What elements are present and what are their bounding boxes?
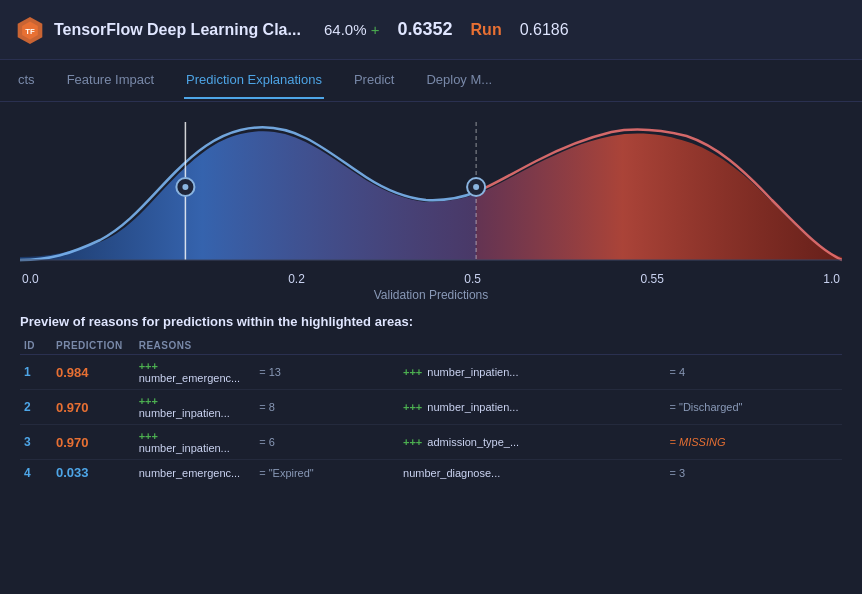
score-stat: 0.6352 [397,19,452,40]
col-prediction: PREDICTION [48,337,131,355]
table-header-text: Preview of reasons for predictions withi… [20,314,842,329]
svg-point-8 [182,184,188,190]
col-r2-val [659,337,842,355]
app-title: TensorFlow Deep Learning Cla... [54,21,314,39]
cell-reason2-value: = MISSING [659,425,842,460]
axis-label-1: 1.0 [823,272,840,286]
svg-point-10 [473,184,479,190]
cell-id: 4 [20,460,48,486]
cell-reason2: number_diagnose... [395,460,659,486]
predictions-table: ID PREDICTION REASONS 1 0.984 +++ number… [20,337,842,485]
axis-label-05: 0.5 [464,272,481,286]
tab-predict[interactable]: Predict [352,62,396,99]
chart-svg [20,112,842,272]
tab-feature-impact[interactable]: Feature Impact [65,62,156,99]
cell-prediction: 0.984 [48,355,131,390]
cell-reason1-value: = 6 [248,425,395,460]
table-header-row: ID PREDICTION REASONS [20,337,842,355]
chart-axis-labels: 0.0 0.2 0.5 0.55 1.0 [20,272,842,286]
cell-prediction: 0.970 [48,390,131,425]
cell-reason2-value: = "Discharged" [659,390,842,425]
cell-reason1: number_emergenc... [131,460,249,486]
cell-reason1: +++ number_inpatien... [131,390,249,425]
header-stats: 64.0% + 0.6352 Run 0.6186 [324,19,569,40]
cell-id: 2 [20,390,48,425]
table-row: 2 0.970 +++ number_inpatien... = 8 +++ n… [20,390,842,425]
axis-label-055: 0.55 [640,272,663,286]
cell-reason1-value: = 8 [248,390,395,425]
run-label[interactable]: Run [471,21,502,39]
table-row: 3 0.970 +++ number_inpatien... = 6 +++ a… [20,425,842,460]
col-reasons: REASONS [131,337,249,355]
cell-reason1: +++ number_inpatien... [131,425,249,460]
col-id: ID [20,337,48,355]
axis-label-02: 0.2 [288,272,305,286]
cell-reason2-value: = 3 [659,460,842,486]
svg-text:TF: TF [25,26,35,35]
axis-label-0: 0.0 [22,272,39,286]
x-axis-label: Validation Predictions [20,288,842,302]
nav-tabs: cts Feature Impact Prediction Explanatio… [0,60,862,102]
cell-reason2: +++ admission_type_... [395,425,659,460]
distribution-chart[interactable]: 0.0 0.2 0.5 0.55 1.0 Validation Predicti… [20,112,842,302]
cell-prediction: 0.970 [48,425,131,460]
tensorflow-logo: TF [16,16,44,44]
cell-reason1: +++ number_emergenc... [131,355,249,390]
cell-reason2: +++ number_inpatien... [395,390,659,425]
table-row: 4 0.033 number_emergenc... = "Expired" n… [20,460,842,486]
col-r2 [395,337,659,355]
cell-reason2: +++ number_inpatien... [395,355,659,390]
cell-id: 3 [20,425,48,460]
run-value: 0.6186 [520,21,569,39]
table-section: Preview of reasons for predictions withi… [0,306,862,485]
accuracy-stat: 64.0% + [324,21,379,38]
tab-deploy[interactable]: Deploy M... [424,62,494,99]
cell-prediction: 0.033 [48,460,131,486]
tab-prediction-explanations[interactable]: Prediction Explanations [184,62,324,99]
app-header: TF TensorFlow Deep Learning Cla... 64.0%… [0,0,862,60]
table-row: 1 0.984 +++ number_emergenc... = 13 +++ … [20,355,842,390]
cell-reason2-value: = 4 [659,355,842,390]
cell-id: 1 [20,355,48,390]
col-r1-val [248,337,395,355]
cell-reason1-value: = "Expired" [248,460,395,486]
cell-reason1-value: = 13 [248,355,395,390]
tab-cts[interactable]: cts [16,62,37,99]
chart-section: 0.0 0.2 0.5 0.55 1.0 Validation Predicti… [0,102,862,306]
